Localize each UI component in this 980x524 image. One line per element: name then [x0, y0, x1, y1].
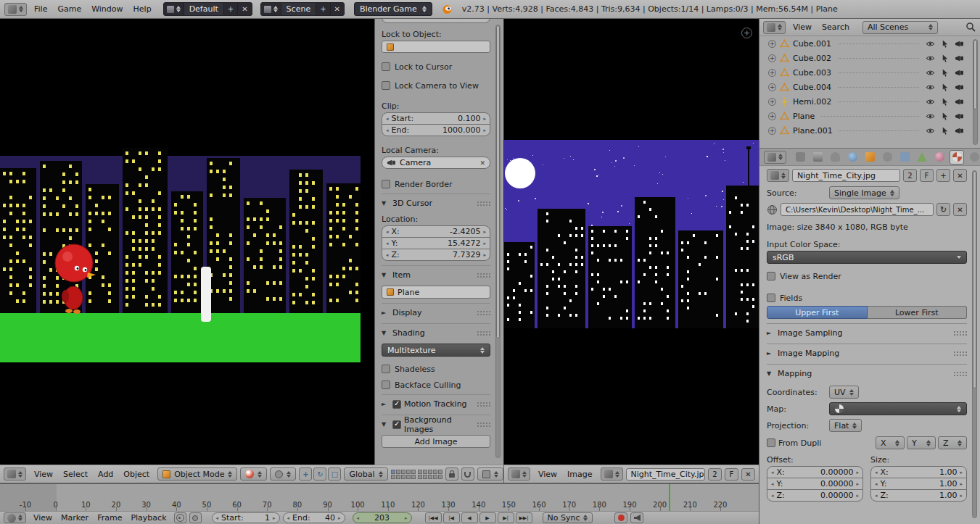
outliner-item-cube.004[interactable]: Cube.004: [759, 80, 980, 94]
editor-type-button-view3d[interactable]: [4, 467, 26, 481]
selectable-cursor-icon[interactable]: [941, 54, 949, 63]
object-name[interactable]: Cube.004: [793, 83, 831, 92]
clear-camera-button[interactable]: [479, 159, 485, 167]
properties-tab-particles[interactable]: [967, 150, 980, 165]
stepper-left-icon[interactable]: [875, 470, 878, 475]
image-name-field[interactable]: Night_Time_City.jpg: [626, 468, 705, 481]
object-name[interactable]: Cube.001: [793, 39, 831, 49]
coordinates-dropdown[interactable]: UV: [829, 386, 859, 399]
viewport-3d[interactable]: [0, 19, 374, 465]
layer-toggle[interactable]: [433, 475, 437, 479]
outliner-item-cube.002[interactable]: Cube.002: [759, 51, 980, 65]
layer-toggle[interactable]: [396, 475, 400, 479]
auto-keyframe-button[interactable]: [174, 512, 186, 523]
users-count-button[interactable]: 2: [903, 169, 917, 182]
outliner-menu-search[interactable]: Search: [817, 20, 855, 34]
add-screen-button[interactable]: [223, 3, 237, 15]
selectable-cursor-icon[interactable]: [941, 97, 949, 107]
shadeless-row[interactable]: Shadeless: [382, 364, 490, 374]
panel-grip-icon[interactable]: [477, 422, 490, 428]
section-image-mapping[interactable]: Image Mapping: [767, 347, 967, 359]
stepper-right-icon[interactable]: [483, 241, 486, 246]
selectable-cursor-icon[interactable]: [941, 39, 949, 49]
record-button[interactable]: [614, 512, 627, 523]
visibility-eye-icon[interactable]: [926, 83, 935, 91]
stepper-left-icon[interactable]: [386, 252, 389, 258]
stepper-left-icon[interactable]: [771, 493, 774, 499]
scrollbar-thumb[interactable]: [496, 25, 500, 338]
section-image-sampling[interactable]: Image Sampling: [767, 327, 967, 339]
delete-scene-button[interactable]: [330, 3, 344, 15]
play-button[interactable]: [479, 512, 496, 523]
lock-camera-row[interactable]: Lock Camera to View: [382, 80, 490, 91]
outliner-search-button[interactable]: [965, 22, 976, 33]
layer-toggle[interactable]: [423, 470, 427, 474]
expand-triangle-icon[interactable]: [767, 350, 775, 357]
properties-scrollbar[interactable]: [972, 170, 977, 518]
projection-dropdown[interactable]: Flat: [829, 419, 862, 432]
section-mapping[interactable]: Mapping: [767, 367, 967, 380]
scale-manipulator-button[interactable]: [328, 467, 341, 481]
screen-layout-name[interactable]: Default: [184, 3, 223, 15]
selectable-cursor-icon[interactable]: [941, 68, 949, 78]
browse-image-button[interactable]: [601, 467, 623, 481]
outliner-menu-view[interactable]: View: [788, 20, 817, 34]
cursor-x-field[interactable]: X: -2.4205: [382, 225, 490, 238]
section-3d-cursor[interactable]: 3D Cursor: [382, 197, 490, 209]
expand-plus-icon[interactable]: [768, 112, 776, 120]
stepper-left-icon[interactable]: [875, 481, 878, 487]
backface-culling-checkbox[interactable]: [382, 380, 390, 389]
expand-plus-icon[interactable]: [768, 98, 776, 106]
renderable-camera-icon[interactable]: [955, 69, 964, 77]
browse-scene-button[interactable]: [261, 3, 281, 15]
audio-scrub-button[interactable]: [630, 512, 643, 523]
clip-end-field[interactable]: End: 1000.000: [382, 124, 490, 136]
expand-triangle-icon[interactable]: [767, 370, 775, 377]
stepper-left-icon[interactable]: [386, 128, 389, 133]
npanel-scrollbar[interactable]: [495, 25, 501, 458]
region-expand-plus-icon[interactable]: [741, 28, 752, 38]
view3d-menu-object[interactable]: Object: [118, 467, 155, 481]
panel-grip-icon[interactable]: [477, 273, 490, 278]
axis-y-dropdown[interactable]: Y: [907, 436, 936, 449]
viewport-shading-dropdown[interactable]: [240, 467, 267, 481]
properties-tab-texture[interactable]: [950, 150, 964, 165]
frame-start-field[interactable]: Start: 1: [212, 512, 280, 523]
stepper-right-icon[interactable]: [960, 493, 963, 499]
editor-type-button-timeline[interactable]: [4, 512, 26, 523]
object-name[interactable]: Cube.003: [793, 68, 831, 78]
layer-toggle[interactable]: [406, 470, 411, 474]
stepper-right-icon[interactable]: [856, 470, 859, 475]
shading-mode-dropdown[interactable]: Multitexture: [382, 344, 490, 357]
stepper-left-icon[interactable]: [386, 116, 389, 122]
timeline-menu-marker[interactable]: Marker: [57, 512, 93, 523]
properties-tab-world[interactable]: [845, 150, 860, 165]
sync-mode-dropdown[interactable]: No Sync: [543, 512, 593, 523]
pivot-point-dropdown[interactable]: [270, 467, 296, 481]
selectable-cursor-icon[interactable]: [941, 112, 949, 121]
stepper-left-icon[interactable]: [875, 493, 878, 499]
render-border-row[interactable]: Render Border: [382, 179, 490, 189]
previous-keyframe-button[interactable]: [443, 512, 460, 523]
properties-tab-object[interactable]: [862, 150, 877, 165]
renderable-camera-icon[interactable]: [955, 112, 964, 120]
topbar-menu-game[interactable]: Game: [52, 2, 86, 16]
outliner-item-plane[interactable]: Plane: [759, 109, 980, 123]
section-motion-tracking[interactable]: Motion Tracking: [382, 398, 490, 410]
view3d-menu-select[interactable]: Select: [58, 467, 93, 481]
view-as-render-checkbox[interactable]: [767, 272, 775, 280]
current-frame-field[interactable]: 203: [353, 512, 412, 523]
panel-grip-icon[interactable]: [477, 330, 490, 336]
lock-to-cursor-row[interactable]: Lock to Cursor: [382, 62, 490, 72]
stepper-left-icon[interactable]: [216, 515, 219, 521]
jump-to-end-button[interactable]: [516, 512, 532, 523]
view3d-menu-view[interactable]: View: [29, 467, 58, 481]
visibility-eye-icon[interactable]: [926, 40, 935, 48]
expand-plus-icon[interactable]: [768, 83, 776, 91]
stepper-left-icon[interactable]: [386, 241, 389, 246]
upper-first-button[interactable]: Upper First: [767, 306, 868, 319]
layer-toggle[interactable]: [411, 475, 416, 479]
visibility-eye-icon[interactable]: [926, 69, 935, 77]
users-count-button[interactable]: 2: [708, 468, 722, 481]
object-name[interactable]: Plane.001: [793, 126, 833, 136]
